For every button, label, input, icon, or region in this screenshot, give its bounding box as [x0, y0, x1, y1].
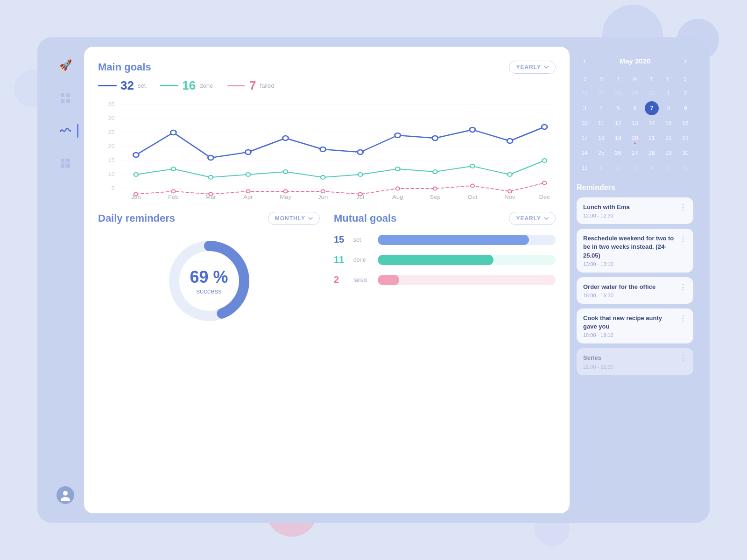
svg-point-57	[433, 170, 437, 174]
reminder-card[interactable]: Reschedule weekend for two to be in two …	[577, 229, 693, 273]
cal-day[interactable]: 5	[611, 101, 625, 115]
cal-day[interactable]: 29	[628, 86, 642, 100]
rocket-icon[interactable]: 🚀	[56, 56, 75, 75]
svg-text:25: 25	[108, 129, 115, 135]
cal-day[interactable]: 7	[645, 101, 659, 115]
reminder-card[interactable]: Order water for the office 16:00 - 16:30…	[577, 277, 693, 304]
cal-day[interactable]: 17	[578, 131, 592, 145]
cal-day[interactable]: 10	[578, 116, 592, 130]
cal-day[interactable]: 19	[611, 131, 625, 145]
reminder-menu-dots[interactable]: ⋮	[676, 203, 687, 212]
cal-day[interactable]: 15	[662, 116, 676, 130]
svg-point-49	[134, 173, 138, 176]
cal-day[interactable]: 31	[578, 161, 592, 175]
right-panel: ‹ May 2020 › S M T W T F S 2627282930123…	[570, 47, 700, 513]
cal-day[interactable]: 30	[678, 146, 692, 160]
goal-bar-failed-label: failed	[353, 277, 372, 283]
cal-day[interactable]: 21	[645, 131, 659, 145]
legend-failed: 7 failed	[227, 78, 275, 93]
yearly-dropdown[interactable]: YEARLY	[509, 61, 556, 74]
cal-day[interactable]: 22	[662, 131, 676, 145]
cal-day[interactable]: 6	[678, 161, 692, 175]
svg-point-42	[320, 147, 326, 152]
svg-text:May: May	[280, 194, 292, 200]
cal-day[interactable]: 20	[628, 131, 642, 145]
svg-point-48	[542, 125, 547, 129]
cal-day[interactable]: 27	[628, 146, 642, 160]
cal-weekdays: S M T W T F S	[577, 75, 693, 83]
svg-rect-5	[66, 159, 70, 162]
calendar-header: ‹ May 2020 ›	[577, 51, 693, 75]
cal-days: 2627282930123456789101112131415161718192…	[577, 86, 693, 175]
cal-day[interactable]: 6	[628, 101, 642, 115]
cal-day[interactable]: 18	[594, 131, 608, 145]
cal-day[interactable]: 14	[645, 116, 659, 130]
reminder-card[interactable]: Lunch with Ema 12:00 - 12:30 ⋮	[577, 197, 693, 224]
calendar-prev[interactable]: ‹	[579, 56, 590, 66]
svg-point-46	[470, 127, 475, 132]
svg-point-66	[321, 190, 324, 193]
main-goals-header: Main goals YEARLY	[98, 61, 556, 74]
svg-rect-1	[66, 93, 70, 97]
cal-day[interactable]: 24	[578, 146, 592, 160]
cal-day[interactable]: 29	[662, 146, 676, 160]
grid-icon[interactable]	[56, 89, 75, 107]
weekday-f: F	[660, 75, 677, 83]
svg-point-64	[246, 190, 250, 193]
cal-day[interactable]: 2	[611, 161, 625, 175]
cal-day[interactable]: 3	[578, 101, 592, 115]
cal-day[interactable]: 4	[594, 101, 608, 115]
cal-day[interactable]: 16	[678, 116, 692, 130]
mutual-yearly-dropdown[interactable]: YEARLY	[509, 212, 556, 225]
wave-icon[interactable]	[56, 121, 75, 140]
cal-day[interactable]: 26	[611, 146, 625, 160]
svg-text:15: 15	[108, 157, 115, 163]
reminder-menu-dots[interactable]: ⋮	[676, 354, 687, 363]
cal-day[interactable]: 13	[628, 116, 642, 130]
svg-point-50	[171, 167, 176, 171]
cal-day[interactable]: 5	[662, 161, 676, 175]
cal-day[interactable]: 11	[594, 116, 608, 130]
svg-text:Apr: Apr	[243, 194, 253, 200]
cal-day[interactable]: 27	[594, 86, 608, 100]
goal-bar-set-track	[378, 235, 556, 245]
chart-svg: 35 30 25 20 15 10 5 Jan Feb Mar Apr May …	[98, 100, 556, 203]
legend: 32 set 16 done 7 failed	[98, 78, 556, 93]
reminder-menu-dots[interactable]: ⋮	[676, 234, 687, 243]
app-wrapper: 🚀	[37, 37, 710, 523]
legend-done: 16 done	[160, 78, 213, 93]
donut-container: 69 % success	[98, 234, 320, 328]
svg-point-41	[283, 136, 289, 140]
cal-day[interactable]: 1	[594, 161, 608, 175]
calendar-next[interactable]: ›	[680, 56, 691, 66]
sidebar: 🚀	[47, 47, 84, 513]
cal-day[interactable]: 26	[578, 86, 592, 100]
cal-day[interactable]: 2	[678, 86, 692, 100]
reminder-menu-dots[interactable]: ⋮	[676, 314, 687, 323]
cal-day[interactable]: 9	[678, 101, 692, 115]
reminder-card[interactable]: Series 21:00 - 22:30 ⋮	[577, 348, 693, 375]
svg-point-52	[246, 173, 251, 176]
cal-day[interactable]: 4	[645, 161, 659, 175]
monthly-dropdown[interactable]: MONTHLY	[268, 212, 320, 225]
weekday-w: W	[627, 75, 643, 83]
avatar[interactable]	[56, 486, 74, 504]
cal-day[interactable]: 28	[611, 86, 625, 100]
reminder-menu-dots[interactable]: ⋮	[676, 283, 687, 292]
cal-day[interactable]: 30	[645, 86, 659, 100]
goal-bar-set-fill	[378, 235, 529, 245]
cal-day[interactable]: 25	[594, 146, 608, 160]
reminder-card[interactable]: Cook that new recipe aunty gave you 18:0…	[577, 308, 693, 343]
table-icon[interactable]	[56, 154, 75, 173]
svg-point-40	[246, 150, 251, 154]
cal-day[interactable]: 28	[645, 146, 659, 160]
cal-day[interactable]: 1	[662, 86, 676, 100]
goal-bar-failed: 2 failed	[334, 274, 556, 285]
cal-day[interactable]: 8	[662, 101, 676, 115]
svg-point-67	[359, 193, 362, 196]
cal-day[interactable]: 23	[678, 131, 692, 145]
cal-day[interactable]: 3	[628, 161, 642, 175]
svg-point-55	[358, 173, 363, 176]
cal-day[interactable]: 12	[611, 116, 625, 130]
reminder-name: Lunch with Ema	[583, 203, 676, 211]
